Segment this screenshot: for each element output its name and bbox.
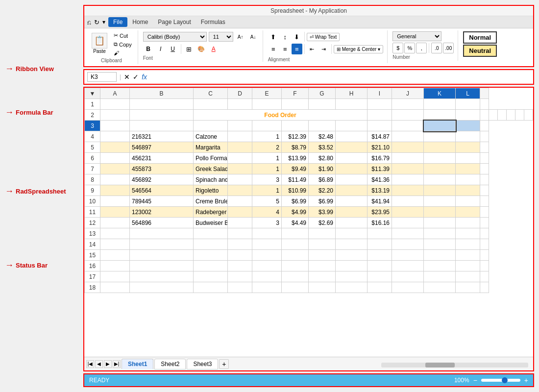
table-cell[interactable]: $10.99 — [282, 185, 309, 196]
table-cell[interactable] — [228, 121, 252, 131]
table-cell[interactable] — [336, 261, 368, 271]
table-cell[interactable] — [252, 99, 282, 110]
table-cell[interactable] — [130, 228, 194, 239]
table-cell[interactable] — [100, 228, 130, 239]
table-cell[interactable]: 5 — [252, 196, 282, 207]
table-cell[interactable] — [368, 282, 392, 293]
table-cell[interactable] — [194, 99, 228, 110]
table-cell[interactable] — [100, 110, 130, 121]
col-header-a[interactable]: A — [100, 88, 130, 99]
table-cell[interactable] — [228, 174, 252, 185]
table-cell[interactable] — [480, 207, 489, 218]
add-sheet-button[interactable]: + — [219, 359, 229, 369]
sheet-tab-sheet1[interactable]: Sheet1 — [122, 359, 153, 369]
undo-icon[interactable]: ⎌ — [87, 19, 91, 26]
table-cell[interactable] — [456, 185, 480, 196]
table-cell[interactable] — [130, 250, 194, 261]
neutral-style-button[interactable]: Neutral — [463, 45, 497, 57]
table-cell[interactable] — [368, 239, 392, 250]
table-cell[interactable] — [424, 207, 456, 218]
zoom-plus-button[interactable]: + — [524, 376, 528, 384]
table-cell[interactable] — [282, 250, 309, 261]
table-cell[interactable]: $2.80 — [309, 153, 336, 164]
table-cell[interactable]: Pollo Formaggio — [194, 153, 228, 164]
table-cell[interactable] — [100, 207, 130, 218]
table-cell[interactable] — [456, 153, 480, 164]
row-number[interactable]: 10 — [85, 196, 100, 207]
table-cell[interactable] — [130, 261, 194, 271]
table-cell[interactable] — [392, 228, 424, 239]
table-cell[interactable] — [194, 239, 228, 250]
table-cell[interactable] — [228, 239, 252, 250]
row-number[interactable]: 1 — [85, 99, 100, 110]
col-header-d[interactable]: D — [228, 88, 252, 99]
table-cell[interactable] — [228, 99, 252, 110]
table-cell[interactable] — [130, 282, 194, 293]
table-cell[interactable] — [100, 196, 130, 207]
table-cell[interactable]: $21.10 — [368, 142, 392, 153]
table-cell[interactable] — [100, 121, 130, 131]
border-button[interactable]: ⊞ — [184, 44, 195, 54]
table-cell[interactable] — [392, 282, 424, 293]
sheet-tab-sheet3[interactable]: Sheet3 — [187, 359, 218, 369]
col-header-g[interactable]: G — [309, 88, 336, 99]
table-cell[interactable] — [392, 196, 424, 207]
h-scrollbar[interactable] — [381, 363, 528, 368]
table-cell[interactable] — [456, 131, 480, 142]
table-cell[interactable]: $6.99 — [309, 196, 336, 207]
table-cell[interactable] — [309, 228, 336, 239]
confirm-icon[interactable]: ✓ — [133, 73, 139, 81]
table-cell[interactable] — [282, 99, 309, 110]
table-cell[interactable] — [392, 110, 424, 121]
table-cell[interactable] — [392, 250, 424, 261]
table-cell[interactable]: $1.90 — [309, 164, 336, 174]
table-cell[interactable] — [336, 99, 368, 110]
table-cell[interactable]: $4.99 — [282, 207, 309, 218]
col-header-e[interactable]: E — [252, 88, 282, 99]
table-cell[interactable] — [336, 185, 368, 196]
table-cell[interactable] — [100, 239, 130, 250]
table-cell[interactable] — [194, 282, 228, 293]
row-number[interactable]: 14 — [85, 239, 100, 250]
table-cell[interactable] — [336, 131, 368, 142]
menu-page-layout[interactable]: Page Layout — [153, 17, 196, 27]
table-cell[interactable] — [282, 121, 309, 131]
table-cell[interactable] — [309, 261, 336, 271]
table-cell[interactable] — [424, 250, 456, 261]
table-cell[interactable] — [228, 282, 252, 293]
table-cell[interactable] — [368, 261, 392, 271]
row-number[interactable]: 4 — [85, 131, 100, 142]
align-center-button[interactable]: ≡ — [280, 44, 291, 54]
copy-button[interactable]: ⧉ Copy — [112, 40, 134, 49]
table-cell[interactable] — [336, 207, 368, 218]
table-cell[interactable]: $13.99 — [282, 153, 309, 164]
table-cell[interactable] — [456, 282, 480, 293]
col-header-k[interactable]: K — [424, 88, 456, 99]
table-cell[interactable] — [282, 282, 309, 293]
table-cell[interactable] — [252, 271, 282, 282]
increase-decimal-button[interactable]: .00 — [443, 43, 454, 53]
table-cell[interactable] — [392, 185, 424, 196]
table-cell[interactable] — [336, 164, 368, 174]
table-cell[interactable]: $23.95 — [368, 207, 392, 218]
table-cell[interactable] — [424, 282, 456, 293]
row-number[interactable]: 8 — [85, 174, 100, 185]
table-cell[interactable] — [392, 261, 424, 271]
table-cell[interactable] — [392, 218, 424, 228]
table-cell[interactable] — [392, 164, 424, 174]
table-cell[interactable] — [524, 110, 533, 121]
table-cell[interactable] — [368, 271, 392, 282]
table-cell[interactable] — [336, 153, 368, 164]
table-cell[interactable] — [130, 121, 194, 131]
col-header-j[interactable]: J — [392, 88, 424, 99]
table-cell[interactable] — [228, 153, 252, 164]
table-cell[interactable] — [480, 99, 489, 110]
decrease-decimal-button[interactable]: .0 — [431, 43, 442, 53]
table-cell[interactable] — [228, 218, 252, 228]
table-cell[interactable] — [480, 218, 489, 228]
table-cell[interactable] — [100, 153, 130, 164]
table-cell[interactable] — [480, 174, 489, 185]
table-cell[interactable] — [194, 228, 228, 239]
table-cell[interactable] — [480, 282, 489, 293]
table-cell[interactable] — [456, 164, 480, 174]
